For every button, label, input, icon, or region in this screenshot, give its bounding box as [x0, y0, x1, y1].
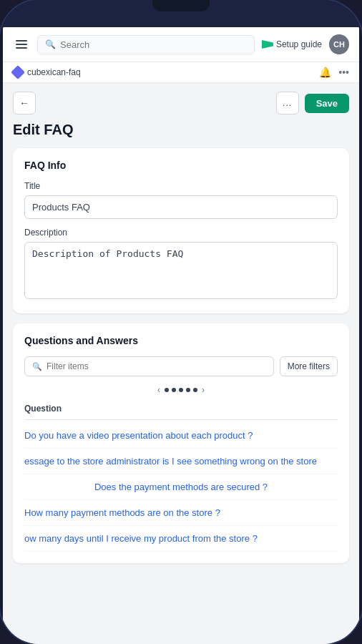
back-button[interactable]: ←: [13, 92, 36, 114]
setup-guide-label: Setup guide: [276, 39, 322, 49]
faq-info-card: FAQ Info Title Description Description o…: [13, 148, 349, 313]
pagination-dots: [165, 388, 197, 392]
notch-inner: [152, 0, 210, 11]
breadcrumb-bar: cubexican-faq 🔔 •••: [3, 62, 359, 83]
dot-2: [172, 388, 176, 392]
faq-title-input[interactable]: [24, 195, 338, 219]
question-row[interactable]: Does the payment methods are secured ?: [24, 474, 338, 500]
question-row[interactable]: ow many days until I receive my product …: [24, 526, 338, 552]
title-label: Title: [24, 181, 338, 191]
filter-bar: 🔍 More filters: [24, 356, 338, 376]
avatar: CH: [329, 34, 349, 54]
dot-3: [179, 388, 183, 392]
pagination-next[interactable]: ›: [202, 385, 205, 395]
question-row[interactable]: essage to the store administrator is I s…: [24, 449, 338, 474]
dot-5: [193, 388, 197, 392]
qa-section-title: Questions and Answers: [24, 335, 338, 346]
dot-4: [186, 388, 190, 392]
description-label: Description: [24, 228, 338, 238]
breadcrumb-text: cubexican-faq: [27, 67, 81, 77]
save-button[interactable]: Save: [305, 94, 349, 113]
toolbar: ← ... Save: [13, 92, 349, 114]
pagination-prev[interactable]: ‹: [157, 385, 160, 395]
breadcrumb-right: 🔔 •••: [319, 67, 349, 78]
screen: 🔍 Setup guide CH cubexican-faq 🔔 •••: [3, 27, 359, 644]
breadcrumb-more-icon[interactable]: •••: [338, 67, 349, 78]
flag-icon: [262, 40, 273, 49]
filter-search-icon: 🔍: [32, 362, 42, 371]
save-label: Save: [316, 98, 338, 109]
toolbar-right: ... Save: [276, 92, 349, 114]
page-title: Edit FAQ: [13, 122, 349, 138]
setup-guide-link[interactable]: Setup guide: [262, 39, 322, 49]
hamburger-button[interactable]: [13, 37, 30, 52]
qa-card: Questions and Answers 🔍 More filters ‹: [13, 323, 349, 563]
phone-bottom: [3, 623, 359, 644]
phone-top-bar: [0, 0, 362, 27]
app-icon: [11, 65, 25, 79]
filter-input[interactable]: [47, 361, 266, 371]
faq-info-title: FAQ Info: [24, 160, 338, 171]
more-options-button[interactable]: ...: [276, 92, 299, 114]
search-input[interactable]: [60, 39, 247, 50]
questions-list: Do you have a video presentation about e…: [24, 423, 338, 552]
more-options-label: ...: [283, 98, 292, 108]
main-content: ← ... Save Edit FAQ FAQ Info Title Descr…: [3, 83, 359, 623]
bell-icon[interactable]: 🔔: [319, 67, 331, 78]
faq-description-textarea[interactable]: Description of Products FAQ: [24, 242, 338, 299]
more-filters-button[interactable]: More filters: [280, 356, 338, 376]
search-bar[interactable]: 🔍: [37, 35, 255, 54]
notch: [134, 0, 228, 19]
filter-search[interactable]: 🔍: [24, 356, 274, 376]
top-nav: 🔍 Setup guide CH: [3, 27, 359, 62]
phone-frame: 🔍 Setup guide CH cubexican-faq 🔔 •••: [0, 0, 362, 644]
breadcrumb-left: cubexican-faq: [13, 67, 81, 77]
avatar-initials: CH: [333, 40, 345, 49]
dot-1: [165, 388, 169, 392]
search-icon: 🔍: [45, 39, 56, 49]
question-row[interactable]: How many payment methods are on the stor…: [24, 500, 338, 526]
question-row[interactable]: Do you have a video presentation about e…: [24, 423, 338, 449]
pagination: ‹ ›: [24, 385, 338, 395]
question-column-header: Question: [24, 401, 338, 420]
